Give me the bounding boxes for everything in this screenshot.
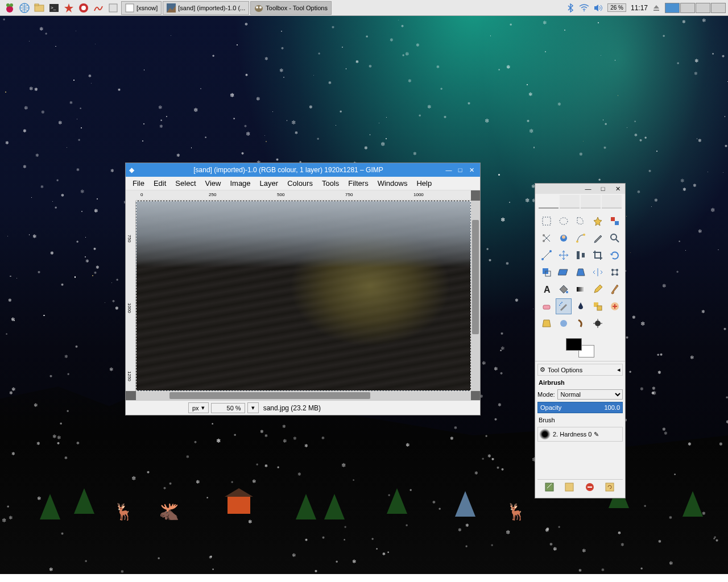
tool-airbrush[interactable] <box>556 298 572 314</box>
taskbar-task-xsnow[interactable]: [xsnow] <box>121 1 162 15</box>
opacity-slider[interactable]: Opacity 100.0 <box>537 402 623 413</box>
ruler-corner[interactable] <box>126 190 136 201</box>
workspace-4[interactable] <box>711 3 726 13</box>
edit-icon[interactable]: ✎ <box>594 431 599 438</box>
tool-perspective-clone[interactable] <box>539 315 555 331</box>
terminal-icon[interactable]: >_ <box>48 2 60 14</box>
workspace-1[interactable] <box>665 3 680 13</box>
clock[interactable]: 11:17 <box>631 4 648 12</box>
menu-icon[interactable]: ◂ <box>617 366 621 373</box>
tool-blend[interactable] <box>573 281 589 297</box>
mode-select[interactable]: Normal <box>557 389 623 400</box>
tool-ink[interactable] <box>573 298 589 314</box>
tab-other[interactable] <box>602 195 622 209</box>
battery-indicator[interactable]: 26 % <box>607 3 626 12</box>
menu-view[interactable]: View <box>201 177 226 189</box>
tool-align[interactable] <box>573 247 589 263</box>
tool-bucket[interactable] <box>556 281 572 297</box>
tool-color-picker[interactable] <box>590 230 606 246</box>
web-browser-icon[interactable] <box>18 2 31 14</box>
tool-dodge[interactable] <box>590 315 606 331</box>
tool-eraser[interactable] <box>539 298 555 314</box>
tab-other[interactable] <box>560 195 580 209</box>
brush-selector[interactable]: 2. Hardness 0 ✎ <box>537 427 623 442</box>
tool-smudge[interactable] <box>573 315 589 331</box>
delete-preset-icon[interactable] <box>585 482 596 493</box>
tab-toolbox[interactable] <box>539 195 559 209</box>
menu-filters[interactable]: Filters <box>344 177 373 189</box>
tool-text[interactable]: A <box>539 281 555 297</box>
color-swatch[interactable] <box>566 338 594 357</box>
reset-preset-icon[interactable] <box>605 482 616 493</box>
menu-help[interactable]: Help <box>412 177 436 189</box>
maximize-button[interactable]: □ <box>455 165 465 174</box>
save-preset-icon[interactable] <box>544 482 556 493</box>
canvas-viewport[interactable] <box>136 201 471 391</box>
ruler-horizontal[interactable]: 02505007501000 <box>136 190 471 201</box>
tool-perspective[interactable] <box>573 264 589 280</box>
scroll-thumb[interactable] <box>169 392 370 399</box>
menu-image[interactable]: Image <box>225 177 255 189</box>
scroll-thumb[interactable] <box>472 220 479 334</box>
tool-crop[interactable] <box>590 247 606 263</box>
toolbox-titlebar[interactable]: — □ ✕ <box>535 184 625 194</box>
volume-icon[interactable] <box>594 4 603 12</box>
tool-rect-select[interactable] <box>539 213 555 229</box>
menu-tools[interactable]: Tools <box>317 177 344 189</box>
tool-paths[interactable] <box>573 230 589 246</box>
tool-foreground-select[interactable] <box>556 230 572 246</box>
minimize-button[interactable]: — <box>583 184 593 193</box>
scrollbar-vertical[interactable] <box>471 201 480 391</box>
tool-flip[interactable] <box>590 264 606 280</box>
taskbar-task-gimp-image[interactable]: [sand] (imported)-1.0 (... <box>163 1 249 15</box>
zoom-input[interactable]: 50 % <box>211 403 245 413</box>
titlebar[interactable]: ◆ [sand] (imported)-1.0 (RGB colour, 1 l… <box>126 163 480 177</box>
menu-windows[interactable]: Windows <box>373 177 412 189</box>
restore-preset-icon[interactable] <box>564 482 576 493</box>
tool-move[interactable] <box>556 247 572 263</box>
tool-scale[interactable] <box>539 264 555 280</box>
bluetooth-icon[interactable] <box>566 3 574 13</box>
app-icon[interactable] <box>92 2 105 14</box>
tool-pencil[interactable] <box>590 281 606 297</box>
tool-options-header[interactable]: ⚙ Tool Options ◂ <box>537 364 623 376</box>
tool-zoom[interactable] <box>607 230 623 246</box>
app-icon[interactable] <box>77 2 90 14</box>
canvas-image[interactable] <box>136 201 470 390</box>
minimize-button[interactable]: — <box>444 165 454 174</box>
menu-file[interactable]: File <box>128 177 149 189</box>
tool-paintbrush[interactable] <box>607 281 623 297</box>
menu-colours[interactable]: Colours <box>283 177 317 189</box>
tool-ellipse-select[interactable] <box>556 213 572 229</box>
workspace-2[interactable] <box>680 3 695 13</box>
tool-measure[interactable] <box>539 247 555 263</box>
menu-layer[interactable]: Layer <box>255 177 283 189</box>
tool-scissors[interactable] <box>539 230 555 246</box>
tool-rotate[interactable] <box>607 247 623 263</box>
tool-free-select[interactable] <box>573 213 589 229</box>
scrollbar-horizontal[interactable] <box>136 391 471 400</box>
zoom-dropdown[interactable]: ▾ <box>247 402 259 413</box>
raspberry-menu-icon[interactable] <box>3 2 16 14</box>
tab-other[interactable] <box>581 195 601 209</box>
workspace-3[interactable] <box>696 3 710 13</box>
ruler-vertical[interactable]: 75010001250 <box>126 201 136 391</box>
tool-color-select[interactable] <box>607 213 623 229</box>
taskbar-task-gimp-toolbox[interactable]: Toolbox - Tool Options <box>250 1 332 15</box>
tool-cage[interactable] <box>607 264 623 280</box>
close-button[interactable]: ✕ <box>466 165 477 174</box>
tool-blur[interactable] <box>556 315 572 331</box>
maximize-button[interactable]: □ <box>598 184 608 193</box>
unit-selector[interactable]: px▾ <box>188 402 209 413</box>
tool-shear[interactable] <box>556 264 572 280</box>
menu-select[interactable]: Select <box>171 177 200 189</box>
app-icon[interactable] <box>107 2 119 14</box>
wifi-icon[interactable] <box>579 4 589 12</box>
app-icon[interactable] <box>63 2 75 14</box>
menu-edit[interactable]: Edit <box>149 177 171 189</box>
tool-clone[interactable] <box>590 298 606 314</box>
foreground-color[interactable] <box>566 338 582 351</box>
file-manager-icon[interactable] <box>33 2 46 14</box>
eject-icon[interactable] <box>652 4 660 12</box>
tool-fuzzy-select[interactable] <box>590 213 606 229</box>
